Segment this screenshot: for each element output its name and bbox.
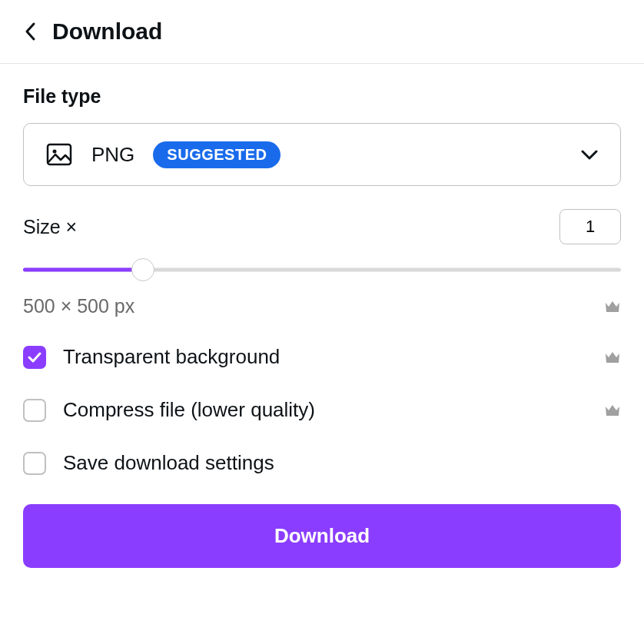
save-checkbox[interactable] xyxy=(23,452,46,475)
filetype-label: File type xyxy=(23,85,621,108)
panel-header: Download xyxy=(0,0,644,64)
crown-icon xyxy=(604,350,621,364)
download-button[interactable]: Download xyxy=(23,504,621,568)
size-label: Size × xyxy=(23,216,77,238)
crown-icon xyxy=(604,403,621,417)
size-row: Size × xyxy=(23,209,621,244)
image-icon xyxy=(45,141,73,168)
compress-label: Compress file (lower quality) xyxy=(63,398,587,422)
slider-fill xyxy=(23,268,143,272)
svg-rect-0 xyxy=(48,144,71,164)
back-button[interactable] xyxy=(23,21,37,42)
compress-option: Compress file (lower quality) xyxy=(23,398,621,422)
slider-thumb[interactable] xyxy=(131,258,154,281)
panel-content: File type PNG SUGGESTED Size × 500 × 500… xyxy=(0,64,644,591)
size-slider[interactable] xyxy=(23,258,621,281)
dimensions-row: 500 × 500 px xyxy=(23,295,621,317)
filetype-value: PNG xyxy=(91,143,134,167)
save-label: Save download settings xyxy=(63,451,621,475)
chevron-down-icon xyxy=(580,148,599,161)
transparent-label: Transparent background xyxy=(63,345,587,369)
compress-checkbox[interactable] xyxy=(23,399,46,422)
size-input[interactable] xyxy=(559,209,621,244)
save-option: Save download settings xyxy=(23,451,621,475)
suggested-badge: SUGGESTED xyxy=(153,141,281,168)
dimensions-text: 500 × 500 px xyxy=(23,295,134,317)
transparent-option: Transparent background xyxy=(23,345,621,369)
chevron-left-icon xyxy=(23,21,37,42)
crown-icon xyxy=(604,300,621,314)
transparent-checkbox[interactable] xyxy=(23,346,46,369)
filetype-dropdown[interactable]: PNG SUGGESTED xyxy=(23,123,621,186)
check-icon xyxy=(28,352,41,363)
svg-point-1 xyxy=(53,150,57,154)
page-title: Download xyxy=(52,18,162,45)
